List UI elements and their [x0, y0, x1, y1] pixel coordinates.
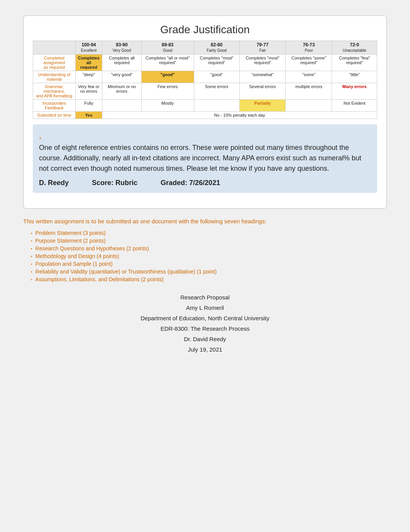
cell-understanding-4: "good" — [194, 71, 239, 83]
col-72-0: 72-0 Unacceptable — [332, 41, 377, 54]
cell-feedback-4 — [194, 100, 239, 112]
cell-feedback-2 — [102, 100, 142, 112]
cell-grammar-1: Very few orno errors — [75, 83, 102, 100]
col-79-77: 79-77 Fair — [239, 41, 286, 54]
feedback-box: , One of eight reference entries contain… — [33, 124, 377, 193]
cell-completed-1: Completesall required — [75, 54, 102, 71]
col-76-73: 76-73 Poor — [286, 41, 332, 54]
rubric-row-feedback: Incorporates Feedback Fully Mostly Parti… — [33, 100, 377, 112]
row-label-feedback: Incorporates Feedback — [33, 100, 76, 112]
cell-grammar-6: multiple errors — [286, 83, 332, 100]
cell-grammar-4: Some errors — [194, 83, 239, 100]
cell-grammar-2: Minimum or no errors — [102, 83, 142, 100]
rubric-row-completed: Completed assignmentas required Complete… — [33, 54, 377, 71]
cell-understanding-6: "some" — [286, 71, 332, 83]
heading-list: Problem Statement (3 points) Purpose Sta… — [23, 230, 387, 282]
score-label: Score: Rubric — [92, 178, 137, 188]
list-item-5: Population and Sample (1 point) — [31, 261, 387, 267]
doc-author: Amy L Romeril — [23, 304, 387, 311]
cell-submitted-penalty: No - 10% penalty each day — [102, 112, 377, 119]
cell-understanding-5: "somewhat" — [239, 71, 286, 83]
page-title: Grade Justification — [33, 24, 377, 36]
cell-feedback-3: Mostly — [141, 100, 194, 112]
list-item-4: Methodology and Design (4 points) — [31, 253, 387, 259]
graded-date: Graded: 7/26/2021 — [161, 178, 220, 188]
instructor-name: D. Reedy — [39, 178, 69, 188]
doc-department: Department of Education, North Central U… — [23, 315, 387, 321]
cell-grammar-5: Several errors — [239, 83, 286, 100]
cell-submitted-1: Yes — [75, 112, 102, 119]
cell-understanding-3: "good" — [141, 71, 194, 83]
cell-feedback-6 — [286, 100, 332, 112]
rubric-row-grammar: Grammar, mechanics,and APA formatting Ve… — [33, 83, 377, 100]
cell-grammar-7: Many errors — [332, 83, 377, 100]
list-item-7: Assumptions, Limitations, and Delimitati… — [31, 276, 387, 282]
doc-title: Research Proposal — [23, 294, 387, 301]
rubric-table: 100-94 Excellent 93-90 Very Good 89-83 G… — [33, 41, 377, 119]
list-item-3: Research Questions and Hypotheses (2 poi… — [31, 245, 387, 252]
doc-date: July 19, 2021 — [23, 346, 387, 353]
row-label-completed: Completed assignmentas required — [33, 54, 76, 71]
rubric-header-row: 100-94 Excellent 93-90 Very Good 89-83 G… — [33, 41, 377, 54]
doc-instructor: Dr. David Reedy — [23, 336, 387, 342]
feedback-text: One of eight reference entries contains … — [39, 143, 371, 174]
row-label-submitted: Submitted on time — [33, 112, 76, 119]
col-100-94: 100-94 Excellent — [75, 41, 102, 54]
list-item-1: Problem Statement (3 points) — [31, 230, 387, 236]
cell-completed-3: Completes "all or most" required" — [141, 54, 194, 71]
cell-completed-7: Completes "few" required" — [332, 54, 377, 71]
col-93-90: 93-90 Very Good — [102, 41, 142, 54]
cell-completed-6: Completes "some" required" — [286, 54, 332, 71]
cell-completed-4: Completes "most" required" — [194, 54, 239, 71]
rubric-row-submitted: Submitted on time Yes No - 10% penalty e… — [33, 112, 377, 119]
cell-understanding-7: "little" — [332, 71, 377, 83]
doc-course: EDR-8300: The Research Process — [23, 325, 387, 332]
list-item-6: Reliability and Validity (quantitative) … — [31, 269, 387, 275]
cell-feedback-7: Not Evident — [332, 100, 377, 112]
comma-mark: , — [39, 129, 371, 142]
rubric-label-col — [33, 41, 76, 54]
grade-justification-box: Grade Justification 100-94 Excellent 93-… — [23, 15, 387, 209]
feedback-footer: D. Reedy Score: Rubric Graded: 7/26/2021 — [39, 178, 371, 188]
cell-grammar-3: Few errors — [141, 83, 194, 100]
assignment-intro: This written assignment is to be submitt… — [23, 218, 387, 224]
rubric-row-understanding: Understanding ofmaterial "deep" "very go… — [33, 71, 377, 83]
cell-completed-5: Completes "most" required" — [239, 54, 286, 71]
col-89-83: 89-83 Good — [141, 41, 194, 54]
cell-feedback-5: Partially — [239, 100, 286, 112]
cell-feedback-1: Fully — [75, 100, 102, 112]
row-label-grammar: Grammar, mechanics,and APA formatting — [33, 83, 76, 100]
cell-understanding-2: "very good" — [102, 71, 142, 83]
cell-understanding-1: "deep" — [75, 71, 102, 83]
col-82-80: 82-80 Fairly Good — [194, 41, 239, 54]
row-label-understanding: Understanding ofmaterial — [33, 71, 76, 83]
list-item-2: Purpose Statement (2 points) — [31, 238, 387, 244]
document-section: Research Proposal Amy L Romeril Departme… — [23, 294, 387, 353]
cell-completed-2: Completes all required — [102, 54, 142, 71]
